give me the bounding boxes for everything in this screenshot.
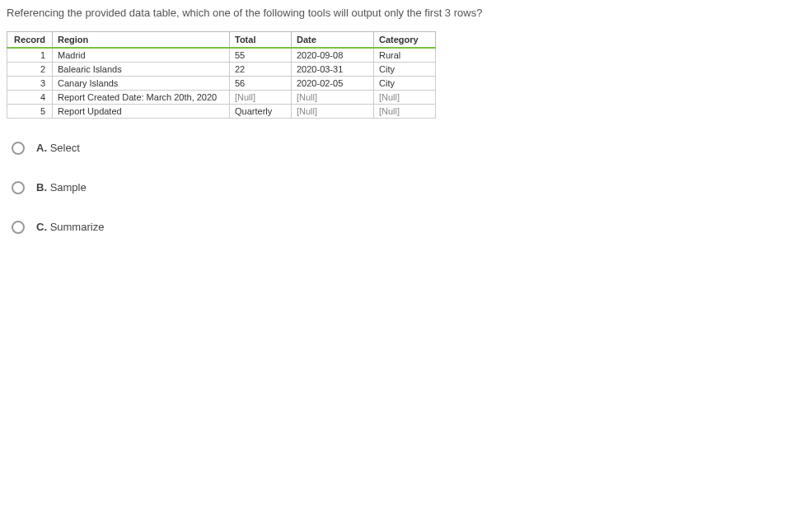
option-c[interactable]: C. Summarize xyxy=(12,221,791,234)
option-letter: C. xyxy=(36,221,47,233)
option-label: C. Summarize xyxy=(36,221,104,233)
cell-category: City xyxy=(374,76,436,90)
cell-category: Rural xyxy=(374,48,436,63)
option-text: Summarize xyxy=(50,221,105,233)
option-a[interactable]: A. Select xyxy=(12,142,791,155)
table-row: 3 Canary Islands 56 2020-02-05 City xyxy=(7,76,436,90)
option-text: Sample xyxy=(50,181,87,194)
table-header-row: Record Region Total Date Category xyxy=(7,31,436,48)
cell-region: Canary Islands xyxy=(53,76,230,90)
cell-date: [Null] xyxy=(292,90,374,104)
cell-date: [Null] xyxy=(292,104,374,118)
option-b[interactable]: B. Sample xyxy=(12,181,791,194)
cell-category: [Null] xyxy=(374,90,436,104)
cell-total: 55 xyxy=(230,48,292,63)
option-letter: B. xyxy=(36,181,47,194)
question-text: Referencing the provided data table, whi… xyxy=(0,0,791,31)
cell-date: 2020-02-05 xyxy=(292,76,374,90)
cell-category: City xyxy=(374,62,436,76)
cell-total: 56 xyxy=(230,76,292,90)
table-row: 4 Report Created Date: March 20th, 2020 … xyxy=(7,90,436,104)
cell-date: 2020-09-08 xyxy=(292,48,374,63)
cell-region: Report Updated xyxy=(53,104,230,118)
option-label: B. Sample xyxy=(36,181,87,194)
option-letter: A. xyxy=(36,142,47,154)
header-record: Record xyxy=(7,31,53,48)
cell-region: Report Created Date: March 20th, 2020 xyxy=(53,90,230,104)
cell-region: Madrid xyxy=(53,48,230,63)
radio-icon xyxy=(12,221,25,234)
cell-total: 22 xyxy=(230,62,292,76)
cell-category: [Null] xyxy=(374,104,436,118)
cell-record: 4 xyxy=(7,90,53,104)
cell-record: 3 xyxy=(7,76,53,90)
option-text: Select xyxy=(50,142,80,154)
cell-record: 1 xyxy=(7,48,53,63)
header-region: Region xyxy=(53,31,230,48)
header-category: Category xyxy=(374,31,436,48)
cell-total: [Null] xyxy=(230,90,292,104)
header-total: Total xyxy=(230,31,292,48)
table-row: 1 Madrid 55 2020-09-08 Rural xyxy=(7,48,436,63)
data-table: Record Region Total Date Category 1 Madr… xyxy=(7,31,436,119)
radio-icon xyxy=(12,142,25,155)
cell-total: Quarterly xyxy=(230,104,292,118)
table-row: 2 Balearic Islands 22 2020-03-31 City xyxy=(7,62,436,76)
header-date: Date xyxy=(292,31,374,48)
cell-record: 5 xyxy=(7,104,53,118)
cell-date: 2020-03-31 xyxy=(292,62,374,76)
option-label: A. Select xyxy=(36,142,80,154)
answer-options: A. Select B. Sample C. Summarize xyxy=(12,142,791,234)
cell-region: Balearic Islands xyxy=(53,62,230,76)
radio-icon xyxy=(12,181,25,194)
table-row: 5 Report Updated Quarterly [Null] [Null] xyxy=(7,104,436,118)
cell-record: 2 xyxy=(7,62,53,76)
